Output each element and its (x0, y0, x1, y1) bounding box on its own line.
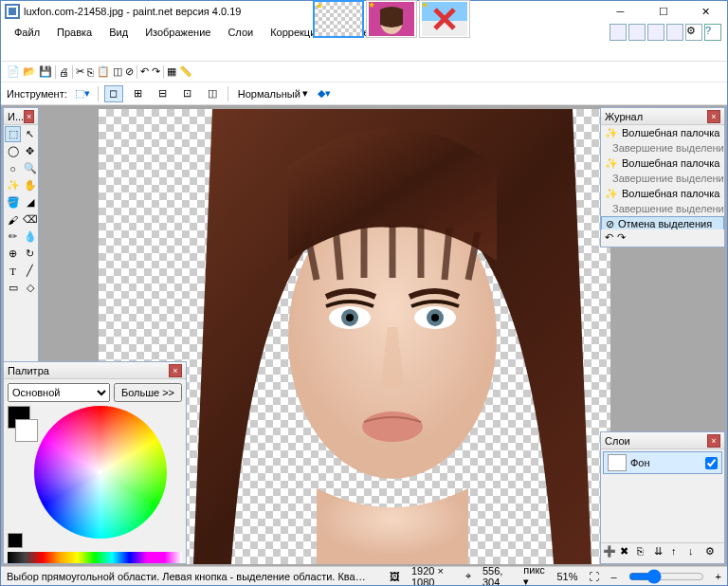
status-dims: 1920 × 1080 (411, 565, 454, 587)
tool-rect-select[interactable]: ⬚ (5, 126, 21, 142)
color-mode-select[interactable]: Основной (8, 383, 110, 402)
history-item[interactable]: ✨Волшебная палочка (601, 156, 724, 171)
undo-icon[interactable]: ↶ (140, 65, 149, 78)
tool-lasso[interactable]: ◯ (5, 143, 21, 159)
zoom-out-icon[interactable]: – (610, 571, 616, 582)
color-wheel[interactable] (34, 406, 167, 539)
maximize-button[interactable]: ☐ (642, 1, 684, 22)
history-item[interactable]: Завершение выделения палочкой (601, 140, 724, 156)
layer-down-icon[interactable]: ↓ (688, 545, 703, 560)
tools-panel-close-icon[interactable]: × (24, 110, 34, 123)
history-undo-icon[interactable]: ↶ (605, 231, 613, 244)
palette-panel: Палитра× Основной Больше >> (3, 361, 187, 564)
open-icon[interactable]: 📂 (23, 65, 36, 78)
swap-colors-icon[interactable] (8, 533, 23, 548)
selmode-intersect-icon[interactable]: ⊡ (178, 85, 197, 102)
selmode-replace-icon[interactable]: ◻ (104, 85, 123, 102)
window-title: luxfon.com-21458.jpg - paint.net версия … (24, 6, 241, 17)
tool-ellipse-select[interactable]: ○ (5, 160, 21, 176)
layer-merge-icon[interactable]: ⇊ (654, 545, 669, 560)
tool-pencil[interactable]: ✏ (5, 229, 21, 245)
blend-mode-combo[interactable]: Нормальный ▾ (234, 87, 312, 100)
layer-name: Фон (630, 457, 650, 468)
history-panel-close-icon[interactable]: × (707, 110, 720, 123)
selmode-sub-icon[interactable]: ⊟ (154, 85, 173, 102)
menu-layers[interactable]: Слои (220, 24, 261, 41)
tool-text[interactable]: T (5, 263, 21, 279)
tool-move-sel[interactable]: ✥ (22, 143, 38, 159)
save-icon[interactable]: 💾 (39, 65, 52, 78)
panel-toggle-tools-icon[interactable] (610, 24, 627, 41)
panel-toggle-history-icon[interactable] (628, 24, 646, 41)
zoom-in-icon[interactable]: + (716, 571, 721, 582)
close-button[interactable]: ✕ (684, 1, 727, 22)
layer-delete-icon[interactable]: ✖ (620, 545, 635, 560)
menu-image[interactable]: Изображение (137, 24, 218, 41)
layers-panel-close-icon[interactable]: × (707, 434, 720, 448)
paste-icon[interactable]: 📋 (97, 65, 110, 78)
history-item[interactable]: ✨Волшебная палочка (601, 186, 724, 201)
palette-strip[interactable] (8, 552, 182, 563)
svg-rect-6 (422, 21, 467, 36)
ruler-icon[interactable]: 📏 (179, 65, 192, 78)
panel-toggle-layers-icon[interactable] (647, 24, 664, 41)
unit-combo[interactable]: пикс ▾ (523, 564, 545, 586)
layer-up-icon[interactable]: ↑ (671, 545, 686, 560)
layer-dup-icon[interactable]: ⎘ (637, 545, 652, 560)
copy-icon[interactable]: ⎘ (87, 66, 94, 78)
settings-icon[interactable]: ⚙ (685, 24, 702, 41)
layer-visible-checkbox[interactable] (705, 457, 718, 469)
grid-icon[interactable]: ▦ (167, 65, 176, 78)
layer-add-icon[interactable]: ➕ (603, 545, 618, 560)
tool-rect[interactable]: ▭ (5, 280, 21, 296)
tool-picker[interactable]: 💧 (22, 229, 38, 245)
tool-recolor[interactable]: ↻ (22, 246, 38, 262)
panel-toggle-colors-icon[interactable] (666, 24, 683, 41)
secondary-color-swatch[interactable] (15, 419, 38, 442)
tool-shapes[interactable]: ◇ (22, 280, 38, 296)
tool-eraser[interactable]: ⌫ (22, 211, 38, 228)
palette-panel-close-icon[interactable]: × (169, 364, 182, 377)
zoom-window-icon[interactable]: ⛶ (589, 571, 599, 582)
coords-icon: ⌖ (465, 570, 471, 582)
history-panel-title: Журнал (605, 111, 643, 122)
tool-move[interactable]: ↖ (22, 126, 38, 142)
selmode-add-icon[interactable]: ⊞ (129, 85, 148, 102)
new-icon[interactable]: 📄 (7, 65, 20, 78)
tool-fill[interactable]: 🪣 (5, 194, 21, 211)
tool-pan[interactable]: ✋ (22, 177, 38, 193)
doc-thumb-2[interactable]: ★ (366, 0, 417, 38)
deselect-icon[interactable]: ⊘ (125, 65, 134, 78)
cut-icon[interactable]: ✂ (76, 65, 84, 78)
history-item[interactable]: Завершение выделения палочкой (601, 201, 724, 216)
tool-zoom[interactable]: 🔍 (22, 160, 38, 176)
svg-point-10 (346, 314, 354, 321)
svg-point-14 (362, 412, 423, 442)
zoom-slider[interactable] (628, 569, 704, 584)
redo-icon[interactable]: ↷ (152, 65, 160, 78)
layer-props-icon[interactable]: ⚙ (705, 545, 720, 560)
tool-clone[interactable]: ⊕ (5, 246, 21, 262)
palette-more-button[interactable]: Больше >> (114, 383, 182, 402)
history-item[interactable]: ✨Волшебная палочка (601, 125, 724, 140)
tool-line[interactable]: ╱ (22, 263, 38, 279)
tool-wand[interactable]: ✨ (5, 177, 21, 193)
tool-gradient[interactable]: ◢ (22, 194, 38, 211)
menu-view[interactable]: Вид (101, 24, 136, 41)
minimize-button[interactable]: ─ (599, 1, 642, 22)
menu-file[interactable]: Файл (7, 24, 47, 41)
tool-brush[interactable]: 🖌 (5, 211, 21, 228)
history-redo-icon[interactable]: ↷ (617, 231, 626, 244)
history-item[interactable]: Завершение выделения палочкой (601, 171, 724, 186)
menu-edit[interactable]: Правка (49, 24, 100, 41)
current-tool-icon[interactable]: ⬚▾ (73, 85, 92, 102)
crop-icon[interactable]: ◫ (113, 65, 122, 78)
doc-thumb-3[interactable]: ★ (419, 0, 470, 38)
layer-item[interactable]: Фон (603, 451, 722, 474)
history-item-selected[interactable]: ⊘Отмена выделения (601, 216, 724, 229)
doc-thumb-1[interactable]: ★ (313, 0, 364, 38)
selmode-invert-icon[interactable]: ◫ (203, 85, 222, 102)
print-icon[interactable]: 🖨 (59, 66, 69, 78)
flood-icon[interactable]: ◆▾ (318, 87, 331, 100)
help-icon[interactable]: ? (704, 24, 721, 41)
